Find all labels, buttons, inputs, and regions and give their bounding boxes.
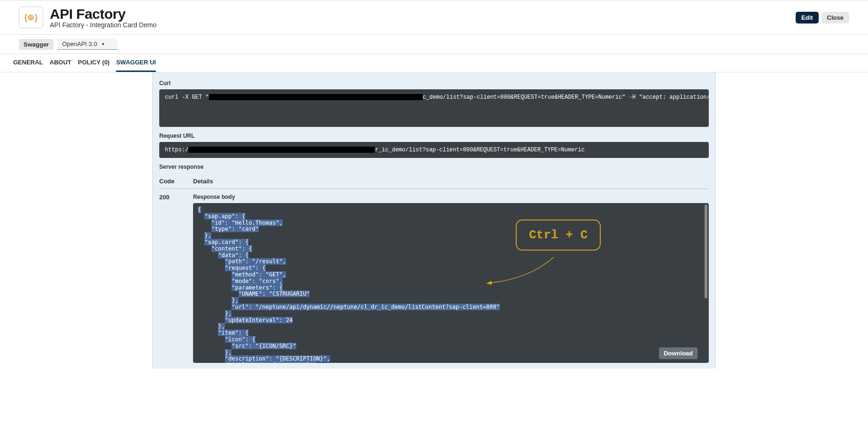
edit-button[interactable]: Edit (796, 12, 819, 24)
app-title: API Factory (50, 6, 796, 22)
callout-text: Ctrl + C (529, 228, 588, 242)
redacted-segment (188, 147, 375, 153)
request-url-label: Request URL (159, 133, 709, 139)
url-prefix: https:/ (165, 147, 188, 153)
api-version-label: OpenAPI 3.0 (62, 40, 97, 47)
redacted-segment (209, 94, 423, 100)
response-table-head: Code Details (159, 174, 709, 189)
server-response-label: Server response (159, 164, 709, 170)
curl-block[interactable]: curl -X GET "c_demo/list?sap-client=800&… (159, 89, 709, 127)
request-url-block[interactable]: https:/r_ic_demo/list?sap-client=800&REQ… (159, 142, 709, 158)
annotation-callout: Ctrl + C (516, 220, 601, 251)
api-version-select[interactable]: OpenAPI 3.0 ▾ (57, 39, 117, 50)
tab-bar: GENERAL ABOUT POLICY (0) SWAGGER UI (0, 54, 868, 72)
curl-prefix: curl -X GET " (165, 94, 209, 101)
url-suffix: r_ic_demo/list?sap-client=800&REQUEST=tr… (375, 147, 584, 153)
tab-general[interactable]: GENERAL (13, 54, 43, 72)
status-code: 200 (159, 194, 193, 363)
response-body-block[interactable]: { "sap.app": { "id": "Hello.Thomas", "ty… (193, 203, 709, 363)
title-block: API Factory API Factory - Integration Ca… (50, 6, 796, 29)
swagger-panel: Curl curl -X GET "c_demo/list?sap-client… (152, 72, 716, 369)
chevron-down-icon: ▾ (102, 41, 104, 47)
download-button[interactable]: Download (659, 347, 698, 359)
curl-label: Curl (159, 80, 709, 86)
details-header: Details (193, 178, 213, 185)
secondary-bar: Swagger OpenAPI 3.0 ▾ (0, 35, 868, 54)
curl-suffix: c_demo/list?sap-client=800&REQUEST=true&… (423, 94, 709, 101)
app-subtitle: API Factory - Integration Card Demo (50, 21, 796, 29)
response-row: 200 Response body { "sap.app": { "id": "… (159, 189, 709, 363)
tab-about[interactable]: ABOUT (50, 54, 71, 72)
code-header: Code (159, 178, 193, 185)
logo-icon: {⊚} (24, 12, 38, 23)
swagger-badge: Swagger (19, 39, 54, 50)
app-logo: {⊚} (19, 7, 43, 28)
tab-policy[interactable]: POLICY (0) (78, 54, 110, 72)
app-header: {⊚} API Factory API Factory - Integratio… (0, 0, 868, 35)
tab-swagger-ui[interactable]: SWAGGER UI (116, 54, 156, 72)
response-body-label: Response body (193, 194, 709, 200)
close-button[interactable]: Close (822, 12, 849, 24)
scrollbar[interactable] (705, 204, 707, 298)
